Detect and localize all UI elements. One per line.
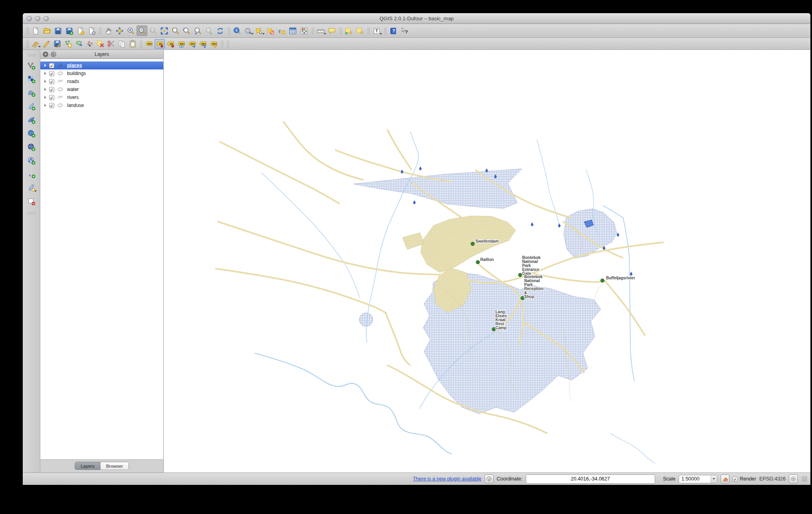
pan-map-button[interactable] xyxy=(103,26,114,36)
expand-icon[interactable] xyxy=(44,64,46,67)
map-canvas[interactable]: SwellendamRailtonBontebokNationalParkEnt… xyxy=(164,50,810,472)
toolbar-drag-handle[interactable] xyxy=(367,27,370,35)
zoom-full-button[interactable] xyxy=(159,26,170,36)
render-checkbox[interactable]: ✓ xyxy=(733,476,738,482)
tab-browser[interactable]: Browser xyxy=(100,462,129,470)
toolbar-drag-handle[interactable] xyxy=(226,40,229,48)
toolbar-drag-handle[interactable] xyxy=(26,27,29,35)
layer-visibility-checkbox[interactable]: ✓ xyxy=(49,95,54,100)
chevron-down-icon[interactable] xyxy=(711,475,717,483)
new-bookmark-button[interactable] xyxy=(343,26,354,36)
identify-features-button[interactable]: i xyxy=(232,26,242,36)
remove-layer-button[interactable] xyxy=(26,196,37,207)
pan-map-to-selection-button[interactable] xyxy=(114,26,125,36)
layer-item-landuse[interactable]: ✓landuse xyxy=(40,101,163,109)
save-project-button[interactable] xyxy=(53,26,63,36)
node-tool-button[interactable] xyxy=(84,39,95,49)
composer-manager-button[interactable] xyxy=(86,26,97,36)
chevron-down-icon[interactable] xyxy=(251,33,254,35)
rotate-label-button[interactable]: abc xyxy=(198,39,208,49)
move-feature-button[interactable] xyxy=(73,39,84,49)
scale-combo[interactable]: 1:50000 xyxy=(679,475,717,483)
help-contents-button[interactable]: ? xyxy=(388,26,399,36)
new-plugin-link[interactable]: There is a new plugin available xyxy=(413,476,481,482)
crs-globe-icon[interactable] xyxy=(789,474,798,483)
add-feature-button[interactable] xyxy=(63,39,73,49)
toolbar-drag-handle[interactable] xyxy=(220,40,223,48)
expand-icon[interactable] xyxy=(44,88,46,91)
open-attribute-table-button[interactable] xyxy=(287,26,298,36)
new-print-composer-button[interactable] xyxy=(75,26,86,36)
deselect-features-button[interactable] xyxy=(265,26,276,36)
zoom-to-layer-button[interactable] xyxy=(181,26,192,36)
add-wfs-layer-button[interactable] xyxy=(26,156,37,166)
layer-item-buildings[interactable]: ✓buildings xyxy=(40,69,163,77)
zoom-out-button[interactable] xyxy=(137,26,147,36)
expand-icon[interactable] xyxy=(44,72,46,75)
title-bar[interactable]: QGIS 2.0.1-Dufour – basic_map xyxy=(23,13,810,24)
plugin-manager-icon[interactable] xyxy=(485,474,493,483)
run-feature-action-button[interactable] xyxy=(243,26,254,36)
expand-icon[interactable] xyxy=(44,104,46,107)
add-delimited-text-layer-button[interactable]: , xyxy=(26,169,37,180)
zoom-window-button[interactable] xyxy=(44,16,49,21)
layer-visibility-checkbox[interactable]: ✓ xyxy=(49,63,54,68)
change-label-button[interactable]: abc xyxy=(208,39,219,49)
toolbar-drag-handle[interactable] xyxy=(99,27,101,35)
layer-visibility-checkbox[interactable]: ✓ xyxy=(49,79,54,84)
new-spatialite-layer-button[interactable] xyxy=(26,183,37,193)
minimize-window-button[interactable] xyxy=(35,16,40,21)
text-annotation-button[interactable]: T xyxy=(371,26,382,36)
pin-unpin-labels-button[interactable]: ab xyxy=(165,39,176,49)
copy-features-button[interactable] xyxy=(117,39,127,49)
show-bookmarks-button[interactable] xyxy=(355,26,365,36)
layer-visibility-checkbox[interactable]: ✓ xyxy=(49,71,54,76)
chevron-down-icon[interactable] xyxy=(34,190,37,192)
float-panel-icon[interactable]: ❐ xyxy=(51,51,56,57)
resize-grip[interactable] xyxy=(802,476,807,482)
open-project-button[interactable] xyxy=(42,26,52,36)
toolbar-drag-handle[interactable] xyxy=(339,27,342,35)
close-panel-icon[interactable]: ✕ xyxy=(43,51,48,57)
layer-item-water[interactable]: ✓water xyxy=(40,85,163,93)
zoom-to-native-resolution-button[interactable]: 1:1 xyxy=(148,26,158,36)
add-vector-layer-button[interactable] xyxy=(26,61,37,71)
select-features-button[interactable] xyxy=(254,26,265,36)
layer-visibility-checkbox[interactable]: ✓ xyxy=(49,103,54,108)
highlight-pinned-labels-button[interactable]: ab xyxy=(154,39,165,49)
toolbar-drag-handle[interactable] xyxy=(28,212,36,215)
close-window-button[interactable] xyxy=(27,16,32,21)
toolbar-drag-handle[interactable] xyxy=(28,54,36,57)
chevron-down-icon[interactable] xyxy=(38,46,41,47)
stop-rendering-button[interactable] xyxy=(721,474,729,483)
add-wms-layer-button[interactable] xyxy=(26,128,37,139)
coordinate-input[interactable] xyxy=(526,474,655,484)
toolbar-drag-handle[interactable] xyxy=(26,40,29,48)
current-edits-button[interactable] xyxy=(30,39,41,49)
expand-icon[interactable] xyxy=(44,96,46,99)
select-by-expression-button[interactable]: ε xyxy=(276,26,287,36)
toggle-editing-button[interactable] xyxy=(41,39,51,49)
delete-selected-button[interactable] xyxy=(95,39,105,49)
paste-features-button[interactable] xyxy=(127,39,138,49)
chevron-down-icon[interactable] xyxy=(324,33,326,35)
add-mssql-layer-button[interactable] xyxy=(26,115,37,125)
add-wcs-layer-button[interactable] xyxy=(26,142,37,152)
zoom-to-selection-button[interactable] xyxy=(170,26,181,36)
field-calculator-button[interactable] xyxy=(299,26,309,36)
toolbar-drag-handle[interactable] xyxy=(311,27,314,35)
layer-labeling-options-button[interactable]: abc xyxy=(144,39,154,49)
new-project-button[interactable] xyxy=(30,26,41,36)
layer-item-rivers[interactable]: ✓rivers xyxy=(40,93,163,101)
cut-features-button[interactable] xyxy=(106,39,116,49)
zoom-next-button[interactable] xyxy=(204,26,214,36)
show-hide-labels-button[interactable]: abc xyxy=(176,39,186,49)
map-tips-button[interactable] xyxy=(327,26,337,36)
toolbar-drag-handle[interactable] xyxy=(139,40,142,48)
expand-icon[interactable] xyxy=(44,80,46,83)
refresh-map-button[interactable] xyxy=(215,26,226,36)
measure-line-button[interactable] xyxy=(315,26,326,36)
add-spatialite-layer-button[interactable] xyxy=(26,101,37,112)
layer-item-roads[interactable]: ✓roads xyxy=(40,77,163,85)
add-raster-layer-button[interactable] xyxy=(26,74,37,85)
